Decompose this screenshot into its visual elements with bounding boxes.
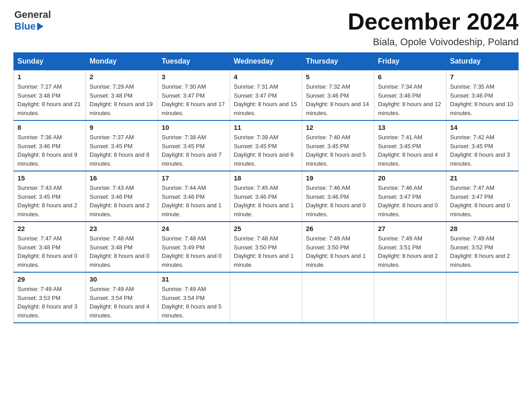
sunrise-label: Sunrise: 7:48 AM bbox=[90, 235, 134, 242]
sunset-label: Sunset: 3:48 PM bbox=[17, 92, 60, 99]
daylight-label: Daylight: 8 hours and 6 minutes. bbox=[234, 151, 294, 167]
daylight-label: Daylight: 8 hours and 2 minutes. bbox=[17, 202, 77, 218]
calendar-day-cell: 2 Sunrise: 7:29 AM Sunset: 3:48 PM Dayli… bbox=[86, 70, 158, 121]
day-info: Sunrise: 7:34 AM Sunset: 3:46 PM Dayligh… bbox=[378, 82, 442, 117]
day-of-week-header: Tuesday bbox=[158, 53, 230, 70]
calendar-week-row: 8 Sunrise: 7:36 AM Sunset: 3:46 PM Dayli… bbox=[14, 120, 519, 171]
day-info: Sunrise: 7:46 AM Sunset: 3:46 PM Dayligh… bbox=[306, 184, 370, 218]
daylight-label: Daylight: 8 hours and 19 minutes. bbox=[90, 101, 153, 116]
day-of-week-header: Sunday bbox=[14, 53, 86, 70]
day-info: Sunrise: 7:43 AM Sunset: 3:46 PM Dayligh… bbox=[90, 184, 154, 218]
day-info: Sunrise: 7:49 AM Sunset: 3:52 PM Dayligh… bbox=[450, 234, 515, 269]
sunset-label: Sunset: 3:46 PM bbox=[306, 193, 349, 200]
calendar-day-cell: 8 Sunrise: 7:36 AM Sunset: 3:46 PM Dayli… bbox=[14, 120, 86, 171]
calendar-day-cell: 5 Sunrise: 7:32 AM Sunset: 3:46 PM Dayli… bbox=[302, 70, 374, 121]
logo-general-text: General bbox=[14, 9, 51, 21]
sunrise-label: Sunrise: 7:49 AM bbox=[90, 286, 134, 292]
daylight-label: Daylight: 8 hours and 3 minutes. bbox=[17, 303, 77, 319]
day-number: 31 bbox=[162, 275, 226, 283]
day-info: Sunrise: 7:42 AM Sunset: 3:45 PM Dayligh… bbox=[450, 133, 515, 168]
calendar-day-cell: 10 Sunrise: 7:38 AM Sunset: 3:45 PM Dayl… bbox=[158, 120, 230, 171]
sunrise-label: Sunrise: 7:34 AM bbox=[378, 83, 422, 90]
daylight-label: Daylight: 8 hours and 1 minute. bbox=[234, 253, 294, 268]
day-number: 7 bbox=[450, 73, 515, 81]
sunset-label: Sunset: 3:46 PM bbox=[234, 193, 277, 200]
daylight-label: Daylight: 8 hours and 4 minutes. bbox=[378, 151, 438, 167]
calendar-day-cell: 21 Sunrise: 7:47 AM Sunset: 3:47 PM Dayl… bbox=[446, 171, 519, 222]
sunrise-label: Sunrise: 7:48 AM bbox=[162, 235, 206, 242]
day-info: Sunrise: 7:48 AM Sunset: 3:50 PM Dayligh… bbox=[234, 234, 298, 269]
sunset-label: Sunset: 3:53 PM bbox=[17, 295, 60, 301]
sunrise-label: Sunrise: 7:43 AM bbox=[90, 184, 134, 191]
sunset-label: Sunset: 3:45 PM bbox=[234, 143, 277, 150]
day-info: Sunrise: 7:47 AM Sunset: 3:48 PM Dayligh… bbox=[17, 234, 82, 269]
sunrise-label: Sunrise: 7:47 AM bbox=[17, 235, 62, 242]
sunrise-label: Sunrise: 7:47 AM bbox=[450, 184, 494, 191]
calendar-week-row: 15 Sunrise: 7:43 AM Sunset: 3:45 PM Dayl… bbox=[14, 171, 519, 222]
daylight-label: Daylight: 8 hours and 14 minutes. bbox=[306, 101, 369, 116]
calendar-day-cell: 28 Sunrise: 7:49 AM Sunset: 3:52 PM Dayl… bbox=[446, 222, 519, 272]
sunset-label: Sunset: 3:47 PM bbox=[378, 193, 421, 200]
calendar-day-cell: 24 Sunrise: 7:48 AM Sunset: 3:49 PM Dayl… bbox=[158, 222, 230, 272]
day-number: 8 bbox=[17, 124, 82, 131]
daylight-label: Daylight: 8 hours and 1 minute. bbox=[306, 253, 366, 268]
sunset-label: Sunset: 3:46 PM bbox=[17, 143, 60, 150]
calendar-day-cell: 29 Sunrise: 7:49 AM Sunset: 3:53 PM Dayl… bbox=[14, 272, 86, 323]
calendar-day-cell: 16 Sunrise: 7:43 AM Sunset: 3:46 PM Dayl… bbox=[86, 171, 158, 222]
day-number: 10 bbox=[162, 124, 226, 131]
sunrise-label: Sunrise: 7:38 AM bbox=[162, 134, 206, 141]
calendar-day-cell bbox=[374, 272, 446, 323]
day-info: Sunrise: 7:38 AM Sunset: 3:45 PM Dayligh… bbox=[162, 133, 226, 168]
sunset-label: Sunset: 3:45 PM bbox=[306, 143, 349, 150]
daylight-label: Daylight: 8 hours and 0 minutes. bbox=[450, 202, 510, 218]
day-number: 9 bbox=[90, 124, 154, 131]
day-info: Sunrise: 7:49 AM Sunset: 3:53 PM Dayligh… bbox=[17, 285, 82, 320]
sunrise-label: Sunrise: 7:46 AM bbox=[378, 184, 422, 191]
daylight-label: Daylight: 8 hours and 3 minutes. bbox=[450, 151, 510, 167]
page-header: General Blue December 2024 Biala, Opole … bbox=[13, 9, 519, 48]
calendar-day-cell: 13 Sunrise: 7:41 AM Sunset: 3:45 PM Dayl… bbox=[374, 120, 446, 171]
day-number: 15 bbox=[17, 174, 82, 182]
calendar-day-cell: 3 Sunrise: 7:30 AM Sunset: 3:47 PM Dayli… bbox=[158, 70, 230, 121]
sunrise-label: Sunrise: 7:32 AM bbox=[306, 83, 350, 90]
sunrise-label: Sunrise: 7:30 AM bbox=[162, 83, 206, 90]
day-info: Sunrise: 7:41 AM Sunset: 3:45 PM Dayligh… bbox=[378, 133, 442, 168]
day-info: Sunrise: 7:46 AM Sunset: 3:47 PM Dayligh… bbox=[378, 184, 442, 218]
day-number: 22 bbox=[17, 225, 82, 232]
sunrise-label: Sunrise: 7:49 AM bbox=[162, 286, 206, 292]
daylight-label: Daylight: 8 hours and 21 minutes. bbox=[17, 101, 81, 116]
calendar-day-cell: 27 Sunrise: 7:49 AM Sunset: 3:51 PM Dayl… bbox=[374, 222, 446, 272]
day-header-row: SundayMondayTuesdayWednesdayThursdayFrid… bbox=[14, 53, 519, 70]
sunset-label: Sunset: 3:52 PM bbox=[450, 244, 493, 251]
sunrise-label: Sunrise: 7:49 AM bbox=[17, 286, 62, 292]
daylight-label: Daylight: 8 hours and 1 minute. bbox=[234, 202, 294, 218]
day-number: 28 bbox=[450, 225, 515, 232]
logo-blue-text: Blue bbox=[14, 21, 36, 32]
daylight-label: Daylight: 8 hours and 2 minutes. bbox=[90, 202, 150, 218]
daylight-label: Daylight: 8 hours and 10 minutes. bbox=[450, 101, 513, 116]
sunrise-label: Sunrise: 7:29 AM bbox=[90, 83, 134, 90]
sunrise-label: Sunrise: 7:43 AM bbox=[17, 184, 62, 191]
day-number: 3 bbox=[162, 73, 226, 81]
sunrise-label: Sunrise: 7:39 AM bbox=[234, 134, 278, 141]
day-of-week-header: Wednesday bbox=[230, 53, 302, 70]
day-info: Sunrise: 7:48 AM Sunset: 3:49 PM Dayligh… bbox=[162, 234, 226, 269]
sunrise-label: Sunrise: 7:48 AM bbox=[234, 235, 278, 242]
sunrise-label: Sunrise: 7:49 AM bbox=[306, 235, 350, 242]
day-of-week-header: Thursday bbox=[302, 53, 374, 70]
day-info: Sunrise: 7:35 AM Sunset: 3:46 PM Dayligh… bbox=[450, 82, 515, 117]
sunset-label: Sunset: 3:47 PM bbox=[234, 92, 277, 99]
calendar-day-cell: 14 Sunrise: 7:42 AM Sunset: 3:45 PM Dayl… bbox=[446, 120, 519, 171]
sunset-label: Sunset: 3:50 PM bbox=[234, 244, 277, 251]
sunset-label: Sunset: 3:51 PM bbox=[378, 244, 421, 251]
calendar-header: SundayMondayTuesdayWednesdayThursdayFrid… bbox=[14, 53, 519, 70]
day-number: 29 bbox=[17, 275, 82, 283]
day-info: Sunrise: 7:49 AM Sunset: 3:54 PM Dayligh… bbox=[90, 285, 154, 320]
daylight-label: Daylight: 8 hours and 4 minutes. bbox=[90, 303, 150, 319]
sunset-label: Sunset: 3:48 PM bbox=[90, 244, 133, 251]
calendar-week-row: 29 Sunrise: 7:49 AM Sunset: 3:53 PM Dayl… bbox=[14, 272, 519, 323]
day-info: Sunrise: 7:49 AM Sunset: 3:54 PM Dayligh… bbox=[162, 285, 226, 320]
daylight-label: Daylight: 8 hours and 0 minutes. bbox=[378, 202, 438, 218]
day-info: Sunrise: 7:49 AM Sunset: 3:50 PM Dayligh… bbox=[306, 234, 370, 269]
sunrise-label: Sunrise: 7:45 AM bbox=[234, 184, 278, 191]
